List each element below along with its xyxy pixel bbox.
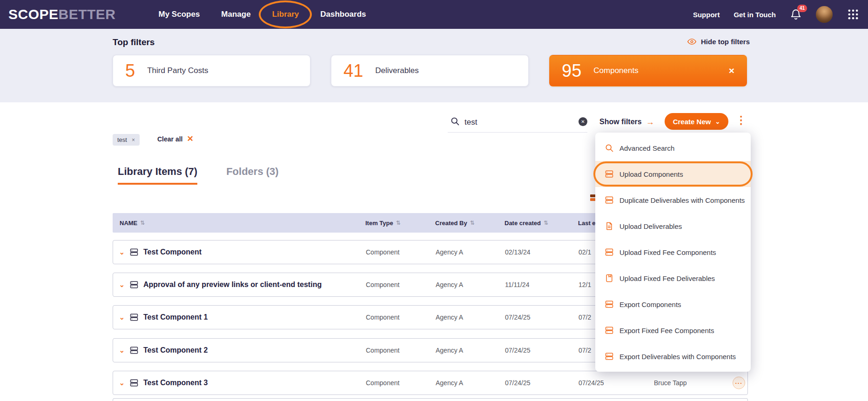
logo-part-better: BETTER (59, 7, 116, 22)
row-name: Test Component 3 (143, 379, 208, 387)
nav-dashboards[interactable]: Dashboards (320, 10, 366, 19)
components-stack-icon (605, 169, 614, 179)
search-input[interactable]: test (464, 118, 477, 127)
logo[interactable]: SCOPEBETTER (8, 7, 116, 22)
create-new-button[interactable]: Create New ⌄ (665, 113, 728, 130)
row-name: Test Component 2 (143, 346, 208, 354)
top-filters-title: Top filters (113, 37, 155, 47)
menu-item-export-fixed-fee-components[interactable]: Export Fixed Fee Components (595, 317, 751, 343)
sort-icon: ⇅ (396, 220, 401, 226)
hide-top-filters-button[interactable]: Hide top filters (687, 37, 750, 47)
get-in-touch-link[interactable]: Get in Touch (733, 11, 776, 19)
row-name: Test Component 1 (143, 313, 208, 321)
row-last-edited-by: Bruce Tapp (654, 379, 687, 387)
menu-item-duplicate-deliverables-with-components[interactable]: Duplicate Deliverables with Components (595, 187, 751, 213)
header-date-created[interactable]: Date created ⇅ (505, 213, 548, 233)
support-link[interactable]: Support (693, 11, 720, 19)
component-stack-icon (129, 247, 139, 257)
document-icon (605, 221, 614, 231)
row-created-by: Agency A (436, 379, 463, 387)
components-stack-icon (605, 247, 614, 257)
tab-library-items[interactable]: Library Items (7) (118, 166, 197, 185)
header-item-type[interactable]: Item Type ⇅ (365, 213, 401, 233)
notifications-button[interactable]: 41 (790, 8, 802, 20)
row-expand-chevron-icon[interactable]: ⌄ (119, 347, 125, 354)
row-last-edited: 07/2 (579, 347, 591, 354)
top-navbar: SCOPEBETTER My Scopes Manage Library Das… (0, 0, 868, 29)
row-created-by: Agency A (436, 248, 463, 256)
row-date-created: 07/24/25 (505, 347, 531, 354)
apps-grid-icon[interactable] (847, 8, 860, 21)
menu-item-advanced-search[interactable]: Advanced Search (595, 135, 751, 161)
row-item-type: Component (366, 314, 399, 321)
components-stack-icon (605, 195, 614, 205)
logo-part-scope: SCOPE (8, 7, 59, 22)
kebab-menu-button[interactable]: ⋮ (736, 114, 747, 127)
tab-folders[interactable]: Folders (3) (226, 166, 278, 185)
search-icon (450, 116, 460, 126)
row-created-by: Agency A (436, 347, 463, 354)
main-nav: My Scopes Manage Library Dashboards (159, 10, 366, 19)
row-last-edited: 12/1 (579, 281, 591, 288)
row-expand-chevron-icon[interactable]: ⌄ (119, 248, 125, 256)
components-stack-icon (605, 300, 614, 309)
row-item-type: Component (366, 281, 399, 288)
components-stack-icon (605, 326, 614, 335)
filter-cards: 5 Third Party Costs 41 Deliverables 95 C… (113, 55, 747, 87)
filter-card-components[interactable]: 95 Components × (549, 55, 747, 87)
row-item-type: Component (366, 379, 399, 387)
row-name: Approval of any preview links or client-… (143, 281, 322, 289)
menu-item-export-deliverables-with-components[interactable]: Export Deliverables with Components (595, 343, 751, 369)
row-actions-button[interactable]: ··· (733, 377, 745, 389)
card-count: 41 (343, 62, 363, 80)
search-icon (605, 143, 614, 153)
eye-icon (687, 37, 697, 47)
search-underline (448, 132, 587, 133)
nav-library[interactable]: Library (272, 10, 299, 19)
menu-item-export-components[interactable]: Export Components (595, 291, 751, 317)
row-last-edited: 02/1 (579, 248, 591, 256)
card-label: Third Party Costs (147, 66, 208, 75)
menu-item-upload-fixed-fee-components[interactable]: Upload Fixed Fee Components (595, 239, 751, 265)
clear-all-button[interactable]: Clear all ✕ (157, 135, 194, 143)
search-clear-button[interactable]: ✕ (579, 117, 587, 126)
row-expand-chevron-icon[interactable]: ⌄ (119, 379, 125, 387)
row-date-created: 07/24/25 (505, 379, 531, 387)
actions-dropdown-menu: Advanced Search Upload Components Duplic… (595, 133, 751, 372)
card-count: 5 (125, 62, 135, 80)
header-name[interactable]: NAME ⇅ (120, 213, 145, 233)
table-row[interactable]: ⌄ Test Component 3 Component Agency A 07… (113, 371, 748, 395)
row-date-created: 07/24/25 (505, 314, 531, 321)
arrow-right-icon: → (646, 118, 654, 126)
filter-card-third-party-costs[interactable]: 5 Third Party Costs (113, 55, 310, 87)
row-name: Test Component (143, 248, 202, 256)
notification-badge: 41 (797, 5, 807, 12)
nav-manage[interactable]: Manage (221, 10, 250, 19)
top-filters-section: Top filters Hide top filters 5 Third Par… (0, 29, 868, 102)
components-stack-icon (605, 352, 614, 361)
filter-card-deliverables[interactable]: 41 Deliverables (331, 55, 529, 87)
row-created-by: Agency A (436, 281, 463, 288)
next-row-partial (113, 398, 748, 401)
filter-chip-test[interactable]: test × (113, 134, 140, 146)
card-label: Deliverables (375, 66, 419, 75)
menu-item-upload-fixed-fee-deliverables[interactable]: Upload Fixed Fee Deliverables (595, 265, 751, 291)
row-item-type: Component (366, 347, 399, 354)
card-count: 95 (562, 62, 581, 80)
show-filters-button[interactable]: Show filters → (599, 118, 654, 126)
card-label: Components (593, 66, 638, 75)
row-last-edited: 07/2 (579, 314, 591, 321)
row-expand-chevron-icon[interactable]: ⌄ (119, 314, 125, 321)
sort-icon: ⇅ (544, 220, 548, 226)
nav-my-scopes[interactable]: My Scopes (159, 10, 200, 19)
component-stack-icon (129, 280, 139, 289)
header-created-by[interactable]: Created By ⇅ (435, 213, 475, 233)
chip-close-icon[interactable]: × (132, 137, 135, 143)
row-last-edited: 07/24/25 (579, 379, 604, 387)
user-avatar[interactable] (816, 6, 833, 23)
row-expand-chevron-icon[interactable]: ⌄ (119, 281, 125, 288)
card-close-icon[interactable]: × (729, 65, 734, 76)
component-stack-icon (129, 378, 139, 388)
menu-item-upload-components[interactable]: Upload Components (595, 161, 751, 187)
menu-item-upload-deliverables[interactable]: Upload Deliverables (595, 213, 751, 239)
